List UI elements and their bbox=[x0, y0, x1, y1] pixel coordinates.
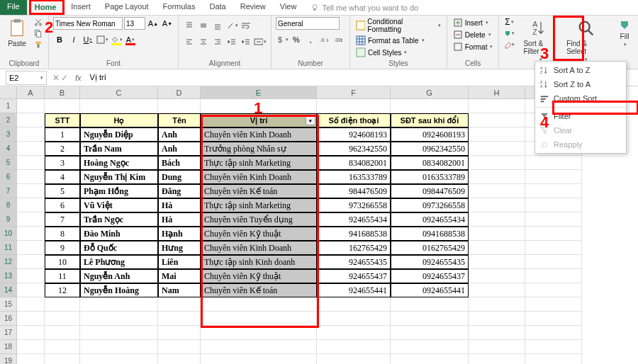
insert-cells-button[interactable]: Insert▾ bbox=[452, 17, 495, 28]
cell-D8[interactable]: Hà bbox=[158, 198, 201, 212]
cell-C19[interactable] bbox=[80, 354, 158, 364]
column-header-G[interactable]: G bbox=[391, 86, 469, 99]
cell-G2[interactable]: SĐT sau khi đổi bbox=[391, 113, 469, 127]
cell-H3[interactable] bbox=[469, 127, 525, 142]
cell-D17[interactable] bbox=[158, 326, 201, 340]
cell-A11[interactable] bbox=[17, 241, 45, 255]
copy-button[interactable] bbox=[33, 28, 44, 38]
cell-A12[interactable] bbox=[17, 255, 45, 269]
cell-B14[interactable]: 12 bbox=[45, 283, 80, 297]
cell-E16[interactable] bbox=[201, 312, 317, 326]
cell-F12[interactable]: 924655435 bbox=[317, 255, 391, 269]
paste-button[interactable]: Paste bbox=[4, 17, 30, 49]
bold-button[interactable]: B bbox=[53, 33, 66, 46]
cell-H1[interactable] bbox=[469, 99, 525, 113]
autosum-button[interactable]: Σ▾ bbox=[503, 17, 515, 27]
cell-F10[interactable]: 941688538 bbox=[317, 227, 391, 241]
column-header-C[interactable]: C bbox=[80, 86, 158, 99]
cell-A6[interactable] bbox=[17, 170, 45, 184]
cell-B18[interactable] bbox=[45, 340, 80, 354]
column-header-E[interactable]: E bbox=[201, 86, 317, 99]
decrease-decimal-button[interactable]: .00 bbox=[332, 33, 345, 46]
row-header-7[interactable]: 7 bbox=[0, 184, 17, 198]
cell-A8[interactable] bbox=[17, 198, 45, 212]
cell-B10[interactable]: 8 bbox=[45, 227, 80, 241]
cell-B4[interactable]: 2 bbox=[45, 142, 80, 156]
cell-E13[interactable]: Chuyên viên Kỹ thuật bbox=[201, 269, 317, 283]
decrease-indent-button[interactable] bbox=[225, 35, 238, 48]
cell-A13[interactable] bbox=[17, 269, 45, 283]
cell-B17[interactable] bbox=[45, 326, 80, 340]
cell-D15[interactable] bbox=[158, 297, 201, 312]
column-header-B[interactable]: B bbox=[45, 86, 80, 99]
clear-button[interactable]: ▾ bbox=[503, 40, 515, 50]
cell-G9[interactable]: 0924655434 bbox=[391, 212, 469, 227]
cell-F19[interactable] bbox=[317, 354, 391, 364]
cell-H16[interactable] bbox=[469, 312, 525, 326]
cell-A1[interactable] bbox=[17, 99, 45, 113]
row-header-16[interactable]: 16 bbox=[0, 312, 17, 326]
cell-H8[interactable] bbox=[469, 198, 525, 212]
cell-C8[interactable]: Vũ Việt bbox=[80, 198, 158, 212]
tell-me-search[interactable]: Tell me what you want to do bbox=[303, 0, 425, 15]
cut-button[interactable] bbox=[33, 17, 44, 27]
cell-D12[interactable]: Liên bbox=[158, 255, 201, 269]
cell-H11[interactable] bbox=[469, 241, 525, 255]
row-header-1[interactable]: 1 bbox=[0, 99, 17, 113]
cell-A19[interactable] bbox=[17, 354, 45, 364]
cell-G3[interactable]: 0924608193 bbox=[391, 127, 469, 142]
cell-G10[interactable]: 0941688538 bbox=[391, 227, 469, 241]
row-header-14[interactable]: 14 bbox=[0, 283, 17, 297]
cell-D1[interactable] bbox=[158, 99, 201, 113]
cell-E5[interactable]: Thực tập sinh Marketing bbox=[201, 156, 317, 170]
cell-D9[interactable]: Hà bbox=[158, 212, 201, 227]
row-header-4[interactable]: 4 bbox=[0, 142, 17, 156]
shrink-font-button[interactable]: A▼ bbox=[161, 17, 174, 30]
tab-formulas[interactable]: Formulas bbox=[156, 0, 203, 15]
cell-D19[interactable] bbox=[158, 354, 201, 364]
cell-I19[interactable] bbox=[525, 354, 582, 364]
fill-button[interactable]: ▾ bbox=[503, 28, 515, 38]
cell-H7[interactable] bbox=[469, 184, 525, 198]
cell-C3[interactable]: Nguyễn Diệp bbox=[80, 127, 158, 142]
percent-button[interactable]: % bbox=[290, 33, 303, 46]
row-header-5[interactable]: 5 bbox=[0, 156, 17, 170]
filter-dropdown-button[interactable]: ▾ bbox=[306, 115, 315, 125]
row-header-18[interactable]: 18 bbox=[0, 340, 17, 354]
row-header-6[interactable]: 6 bbox=[0, 170, 17, 184]
cell-D13[interactable]: Mai bbox=[158, 269, 201, 283]
cell-C11[interactable]: Đỗ Quốc bbox=[80, 241, 158, 255]
cell-F8[interactable]: 973266558 bbox=[317, 198, 391, 212]
cell-I11[interactable] bbox=[525, 241, 582, 255]
cell-B12[interactable]: 10 bbox=[45, 255, 80, 269]
italic-button[interactable]: I bbox=[67, 33, 80, 46]
format-as-table-button[interactable]: Format as Table▾ bbox=[354, 35, 442, 46]
cell-H12[interactable] bbox=[469, 255, 525, 269]
font-size-select[interactable] bbox=[124, 17, 145, 30]
accept-formula-button[interactable]: ✓ bbox=[61, 73, 68, 83]
cell-H15[interactable] bbox=[469, 297, 525, 312]
cell-I13[interactable] bbox=[525, 269, 582, 283]
cell-H9[interactable] bbox=[469, 212, 525, 227]
row-header-12[interactable]: 12 bbox=[0, 255, 17, 269]
font-name-select[interactable] bbox=[53, 17, 123, 30]
cell-B7[interactable]: 5 bbox=[45, 184, 80, 198]
cell-C12[interactable]: Lê Phương bbox=[80, 255, 158, 269]
cell-D11[interactable]: Hưng bbox=[158, 241, 201, 255]
cell-B1[interactable] bbox=[45, 99, 80, 113]
cell-C18[interactable] bbox=[80, 340, 158, 354]
select-all-corner[interactable] bbox=[0, 86, 17, 99]
tab-home[interactable]: Home bbox=[27, 0, 65, 15]
cell-D5[interactable]: Bách bbox=[158, 156, 201, 170]
cell-A7[interactable] bbox=[17, 184, 45, 198]
sort-a-to-z[interactable]: AZSort A to Z bbox=[535, 63, 626, 77]
cell-C7[interactable]: Phạm Hồng bbox=[80, 184, 158, 198]
cell-D14[interactable]: Nam bbox=[158, 283, 201, 297]
cell-D7[interactable]: Đăng bbox=[158, 184, 201, 198]
fill-color-button[interactable]: ▾ bbox=[110, 33, 123, 46]
cell-B11[interactable]: 9 bbox=[45, 241, 80, 255]
cell-B6[interactable]: 4 bbox=[45, 170, 80, 184]
cell-A18[interactable] bbox=[17, 340, 45, 354]
comma-button[interactable]: , bbox=[304, 33, 317, 46]
cell-C1[interactable] bbox=[80, 99, 158, 113]
